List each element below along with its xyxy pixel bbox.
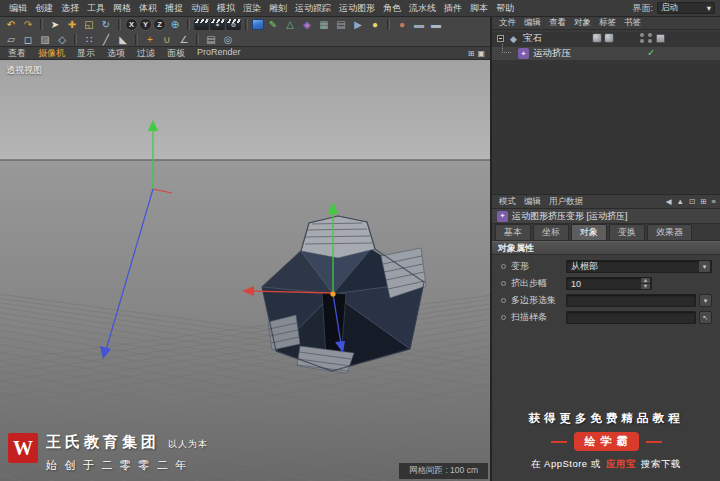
object-row-gem[interactable]: ◆ 宝石 <box>492 32 720 45</box>
lock-icon[interactable]: ⊡ <box>689 197 695 206</box>
object-name[interactable]: 运动挤压 <box>533 47 571 60</box>
back-icon[interactable]: ◀ <box>666 197 672 206</box>
polygon-tag-icon[interactable] <box>592 33 602 43</box>
move-tool-icon[interactable]: ✚ <box>64 18 80 31</box>
enable-axis-icon[interactable]: + <box>142 33 158 46</box>
coordinates-manager-icon[interactable]: ▬ <box>428 18 444 31</box>
viewport-menu-0[interactable]: 查看 <box>2 47 32 60</box>
edges-mode-icon[interactable]: ╱ <box>98 33 114 46</box>
content-browser-icon[interactable]: ▬ <box>411 18 427 31</box>
make-editable-icon[interactable]: ▱ <box>3 33 19 46</box>
tab-4[interactable]: 效果器 <box>647 224 692 241</box>
snap-toggle-icon[interactable]: ∪ <box>159 33 175 46</box>
menubar-item-6[interactable]: 捕捉 <box>161 2 187 15</box>
menubar-item-17[interactable]: 帮助 <box>492 2 518 15</box>
points-mode-icon[interactable]: ∷ <box>81 33 97 46</box>
visibility-toggles[interactable] <box>640 33 665 43</box>
polygon-selection-input[interactable] <box>566 294 696 307</box>
model-mode-icon[interactable]: ◻ <box>20 33 36 46</box>
z-axis-lock-button[interactable]: Z <box>153 18 166 31</box>
rotate-tool-icon[interactable]: ↻ <box>98 18 114 31</box>
add-deformer-icon[interactable]: ◈ <box>299 18 315 31</box>
texture-mode-icon[interactable]: ▨ <box>37 33 53 46</box>
scale-tool-icon[interactable]: ◱ <box>81 18 97 31</box>
add-scene-icon[interactable]: ▤ <box>333 18 349 31</box>
menubar-item-4[interactable]: 网格 <box>109 2 135 15</box>
viewport-menu-2[interactable]: 显示 <box>71 47 101 60</box>
deform-dropdown[interactable]: 从根部 ▾ <box>566 260 712 273</box>
y-axis-lock-button[interactable]: Y <box>139 18 152 31</box>
om-menu-5[interactable]: 书签 <box>620 17 645 29</box>
render-view-icon[interactable] <box>194 19 209 30</box>
layer-icon[interactable] <box>656 34 665 43</box>
tab-0[interactable]: 基本 <box>495 224 531 241</box>
menubar-item-3[interactable]: 工具 <box>83 2 109 15</box>
menubar-item-15[interactable]: 插件 <box>440 2 466 15</box>
pane-toggle-icon[interactable]: ▣ <box>477 49 485 58</box>
pane-layout-icon[interactable]: ⊞ <box>468 49 475 58</box>
add-light-icon[interactable]: ● <box>367 18 383 31</box>
menubar-item-0[interactable]: 编辑 <box>5 2 31 15</box>
render-settings-icon[interactable]: ⚙ <box>226 19 241 30</box>
object-name[interactable]: 宝石 <box>523 32 542 45</box>
quantize-icon[interactable]: ∠ <box>176 33 192 46</box>
editor-visibility-dots[interactable] <box>640 33 644 43</box>
menubar-item-14[interactable]: 流水线 <box>405 2 440 15</box>
menubar-item-11[interactable]: 运动跟踪 <box>291 2 335 15</box>
om-menu-2[interactable]: 查看 <box>545 17 570 29</box>
anim-key-dot[interactable] <box>501 281 506 286</box>
anim-key-dot[interactable] <box>501 298 506 303</box>
attribute-menu-1[interactable]: 编辑 <box>520 196 545 208</box>
add-camera-icon[interactable]: ▶ <box>350 18 366 31</box>
add-volume-icon[interactable]: ▦ <box>316 18 332 31</box>
viewport-canvas[interactable]: 透视视图 W 王氏教育集团 以人为本 始创于二零零二年 网格间距 : 100 c… <box>0 60 490 481</box>
attribute-menu-0[interactable]: 模式 <box>495 196 520 208</box>
viewport-menu-5[interactable]: 面板 <box>161 47 191 60</box>
menubar-item-7[interactable]: 动画 <box>187 2 213 15</box>
undo-icon[interactable]: ↶ <box>3 18 19 31</box>
menubar-item-12[interactable]: 运动图形 <box>335 2 379 15</box>
workplane-lock-icon[interactable]: ▤ <box>203 33 219 46</box>
menubar-item-9[interactable]: 渲染 <box>239 2 265 15</box>
menubar-item-2[interactable]: 选择 <box>57 2 83 15</box>
menubar-item-1[interactable]: 创建 <box>31 2 57 15</box>
3d-scene[interactable] <box>0 60 490 481</box>
render-picture-viewer-icon[interactable]: ✶ <box>210 19 225 30</box>
interface-dropdown[interactable]: 启动 ▾ <box>657 2 715 14</box>
viewport-menu-6[interactable]: ProRender <box>191 47 247 60</box>
menu-icon[interactable]: ≡ <box>712 197 716 206</box>
object-manager[interactable]: ◆ 宝石 ✦ 运动挤压 ✓ <box>492 32 720 197</box>
up-icon[interactable]: ▲ <box>677 197 684 206</box>
attribute-menu-2[interactable]: 用户数据 <box>545 196 587 208</box>
view-solo-icon[interactable]: ◎ <box>220 33 236 46</box>
material-manager-icon[interactable]: ● <box>394 18 410 31</box>
om-menu-4[interactable]: 标签 <box>595 17 620 29</box>
panel-icon[interactable]: ⊞ <box>700 197 706 206</box>
huixueba-badge[interactable]: 绘学霸 <box>574 432 639 451</box>
om-menu-3[interactable]: 对象 <box>570 17 595 29</box>
menubar-item-10[interactable]: 雕刻 <box>265 2 291 15</box>
menubar-item-16[interactable]: 脚本 <box>466 2 492 15</box>
number-spinner[interactable]: ▲ ▼ <box>641 278 651 289</box>
add-generator-icon[interactable]: △ <box>282 18 298 31</box>
viewport-menu-4[interactable]: 过滤 <box>131 47 161 60</box>
tab-2[interactable]: 对象 <box>571 224 607 241</box>
object-picker-button[interactable]: ↖ <box>699 311 712 324</box>
add-cube-icon[interactable] <box>252 19 264 30</box>
render-visibility-dots[interactable] <box>648 33 652 43</box>
live-selection-icon[interactable]: ➤ <box>47 18 63 31</box>
workplane-mode-icon[interactable]: ◇ <box>54 33 70 46</box>
x-axis-lock-button[interactable]: X <box>125 18 138 31</box>
om-menu-0[interactable]: 文件 <box>495 17 520 29</box>
redo-icon[interactable]: ↷ <box>20 18 36 31</box>
menubar-item-5[interactable]: 体积 <box>135 2 161 15</box>
sweep-spline-input[interactable] <box>566 311 696 324</box>
coordinate-system-icon[interactable]: ⊕ <box>167 18 183 31</box>
extrusion-steps-input[interactable]: 10 ▲ ▼ <box>566 277 652 290</box>
phong-tag-icon[interactable] <box>604 33 614 43</box>
anim-key-dot[interactable] <box>501 264 506 269</box>
menubar-item-8[interactable]: 模拟 <box>213 2 239 15</box>
add-spline-icon[interactable]: ✎ <box>265 18 281 31</box>
gizmo-center-handle[interactable] <box>330 291 335 296</box>
polygons-mode-icon[interactable]: ◣ <box>115 33 131 46</box>
